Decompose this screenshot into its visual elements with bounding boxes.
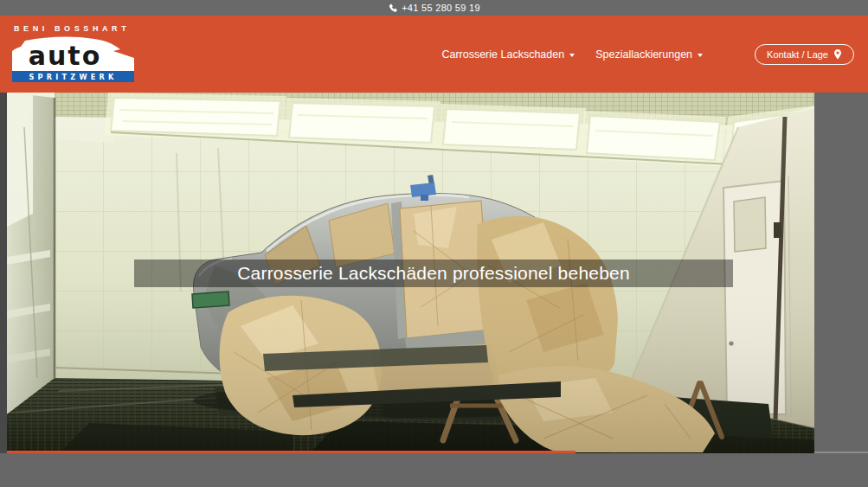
logo-graphic: auto SPRITZWERK: [12, 36, 134, 82]
logo-owner-text: BENI BOSSHART: [14, 24, 134, 33]
logo-brand-text: auto: [29, 41, 102, 71]
header: BENI BOSSHART auto SPRITZWERK Carrosseri…: [0, 16, 868, 93]
map-pin-icon: [833, 49, 842, 60]
page-gutter-left: [0, 93, 7, 453]
logo-sub-text: SPRITZWERK: [29, 73, 117, 81]
logo[interactable]: BENI BOSSHART auto SPRITZWERK: [12, 24, 134, 82]
chevron-down-icon: [569, 54, 575, 57]
phone-icon: [388, 3, 397, 13]
nav-item-label: Speziallackierungen: [595, 48, 692, 61]
nav-item-label: Carrosserie Lackschaden: [441, 48, 564, 61]
hero-caption-band: Carrosserie Lackschäden professionel beh…: [134, 260, 733, 287]
nav-item-speziallackierungen[interactable]: Speziallackierungen: [595, 48, 703, 61]
chevron-down-icon: [698, 54, 703, 57]
topbar: +41 55 280 59 19: [0, 0, 868, 16]
kontakt-lage-button[interactable]: Kontakt / Lage: [755, 44, 854, 65]
cta-label: Kontakt / Lage: [767, 49, 828, 60]
hero-caption: Carrosserie Lackschäden professionel beh…: [237, 263, 630, 284]
main-nav: Carrosserie Lackschaden Speziallackierun…: [441, 16, 854, 93]
slider-progress-bar: [7, 451, 575, 453]
slider-track-line: [814, 452, 868, 453]
hero-slide: Carrosserie Lackschäden professionel beh…: [7, 93, 814, 453]
phone-number[interactable]: +41 55 280 59 19: [402, 3, 480, 13]
nav-item-carrosserie-lackschaden[interactable]: Carrosserie Lackschaden: [441, 48, 575, 61]
